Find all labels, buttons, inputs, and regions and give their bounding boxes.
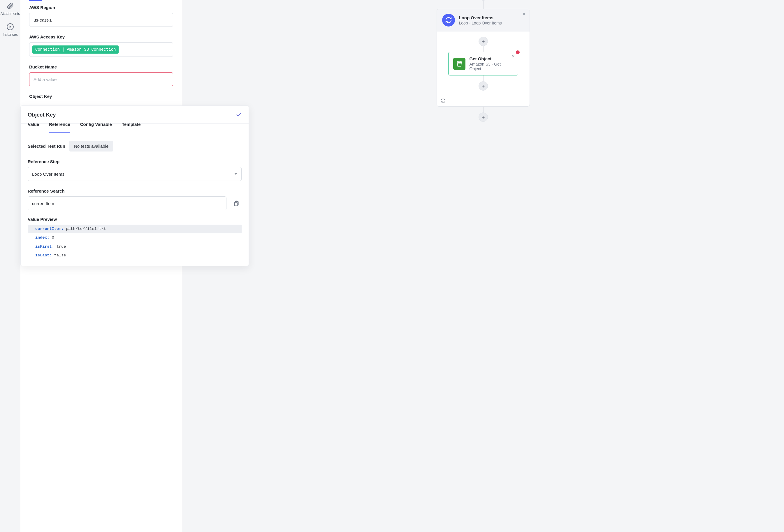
copy-button[interactable] — [231, 198, 242, 209]
field-aws-access-key: AWS Access Key Connection | Amazon S3 Co… — [29, 34, 173, 57]
connector-line — [483, 46, 483, 52]
loop-node-title: Loop Over Items — [459, 15, 502, 20]
preview-line: isLast: false — [28, 251, 242, 260]
aws-region-label: AWS Region — [29, 5, 173, 10]
config-panel: AWS Region AWS Access Key Connection | A… — [20, 0, 182, 532]
left-nav: Attachments Instances — [0, 0, 20, 532]
bucket-name-input[interactable] — [29, 72, 173, 86]
loop-node[interactable]: Loop Over Items Loop - Loop Over Items ＋ — [437, 9, 530, 107]
connection-chip[interactable]: Connection | Amazon S3 Connection — [32, 46, 119, 54]
field-aws-region: AWS Region — [29, 5, 173, 27]
clipboard-icon — [233, 201, 239, 206]
nav-attachments-label: Attachments — [1, 12, 20, 16]
close-loop-button[interactable] — [522, 12, 526, 16]
connection-chip-prefix: Connection — [35, 47, 60, 52]
object-key-label: Object Key — [29, 94, 173, 99]
loop-icon — [442, 14, 455, 27]
confirm-button[interactable] — [236, 112, 242, 118]
add-step-button[interactable]: ＋ — [479, 37, 488, 46]
value-preview-label: Value Preview — [28, 217, 242, 222]
refresh-icon — [440, 98, 446, 104]
reference-step-label: Reference Step — [28, 159, 242, 164]
get-object-title: Get Object — [470, 56, 513, 61]
reference-search-label: Reference Search — [28, 188, 242, 194]
tab-template[interactable]: Template — [122, 122, 141, 132]
paperclip-icon — [6, 2, 14, 10]
selected-test-run-label: Selected Test Run — [28, 144, 65, 149]
aws-access-key-label: AWS Access Key — [29, 34, 173, 39]
reference-step-select[interactable]: Loop Over Items — [28, 167, 242, 181]
nav-instances[interactable]: Instances — [3, 23, 18, 37]
svg-marker-1 — [10, 26, 12, 28]
loop-refresh-button[interactable] — [440, 98, 446, 104]
popover-title: Object Key — [28, 112, 56, 118]
aws-region-input[interactable] — [29, 13, 173, 27]
field-object-key: Object Key — [29, 94, 173, 99]
close-get-object-button[interactable] — [511, 55, 515, 58]
error-indicator — [516, 51, 520, 54]
aws-access-key-input[interactable]: Connection | Amazon S3 Connection — [29, 42, 173, 57]
s3-bucket-icon — [453, 58, 466, 70]
connector-line — [483, 107, 483, 113]
reference-search-input[interactable] — [28, 196, 226, 210]
preview-line: currentItem: path/to/file1.txt — [28, 225, 242, 233]
connector-line — [483, 1, 483, 9]
active-tab-indicator — [29, 0, 42, 1]
field-bucket-name: Bucket Name — [29, 64, 173, 86]
connection-chip-name: Amazon S3 Connection — [67, 47, 116, 52]
tab-value[interactable]: Value — [28, 122, 39, 132]
pipe-separator: | — [62, 47, 64, 52]
tab-reference[interactable]: Reference — [49, 122, 70, 132]
reference-step-value: Loop Over Items — [32, 172, 64, 177]
chevron-down-icon — [234, 173, 237, 175]
workflow-canvas[interactable]: ＋ Loop Over Items Loop - Loop Over Items — [182, 0, 784, 532]
nav-instances-label: Instances — [3, 33, 18, 37]
connector-line — [483, 76, 483, 81]
preview-line: index: 0 — [28, 233, 242, 242]
play-circle-icon — [6, 23, 14, 31]
add-step-button[interactable]: ＋ — [479, 81, 488, 91]
tab-config-variable[interactable]: Config Variable — [80, 122, 112, 132]
check-icon — [236, 112, 242, 118]
value-preview-code: currentItem: path/to/file1.txtindex: 0is… — [28, 225, 242, 260]
preview-line: isFirst: true — [28, 242, 242, 251]
svg-rect-3 — [234, 203, 237, 206]
get-object-node[interactable]: Get Object Amazon S3 - Get Object — [448, 52, 518, 76]
popover-tabs: Value Reference Config Variable Template — [28, 122, 242, 132]
nav-attachments[interactable]: Attachments — [1, 2, 20, 16]
bucket-name-label: Bucket Name — [29, 64, 173, 69]
loop-node-subtitle: Loop - Loop Over Items — [459, 21, 502, 25]
get-object-subtitle: Amazon S3 - Get Object — [470, 62, 513, 71]
close-icon — [522, 12, 526, 16]
object-key-popover: Object Key Value Reference Config Variab… — [20, 106, 249, 266]
add-step-button[interactable]: ＋ — [479, 113, 488, 122]
no-tests-chip: No tests available — [69, 141, 113, 151]
close-icon — [511, 55, 515, 58]
